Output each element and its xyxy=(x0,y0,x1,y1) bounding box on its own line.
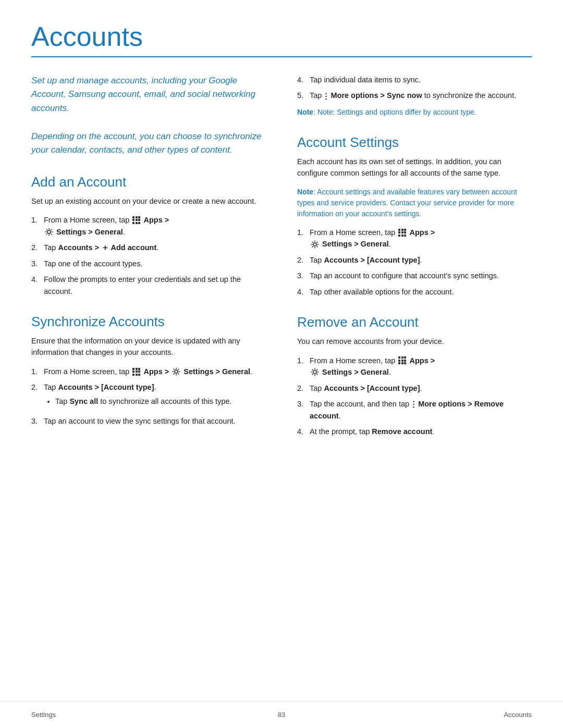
sync-step-1: 1. From a Home screen, tap Apps > xyxy=(31,366,266,377)
step-content: Tap Accounts > [Account type]. xyxy=(310,382,532,394)
two-column-layout: Set up and manage accounts, including yo… xyxy=(31,74,532,443)
svg-point-1 xyxy=(175,370,178,373)
rem-step-3: 3. Tap the account, and then tap More op… xyxy=(297,398,532,422)
step-num: 3. xyxy=(297,398,307,422)
rem-step-2: 2. Tap Accounts > [Account type]. xyxy=(297,382,532,394)
settings-icon xyxy=(311,240,319,249)
step-num: 3. xyxy=(31,415,41,427)
sync-sub-bullets: Tap Sync all to synchronize all accounts… xyxy=(44,396,266,407)
svg-point-7 xyxy=(413,401,414,403)
page-title: Accounts xyxy=(31,21,532,52)
sync-sub-bullet-1: Tap Sync all to synchronize all accounts… xyxy=(55,396,266,407)
step-content: Tap one of the account types. xyxy=(44,258,266,269)
sync-step-4: 4. Tap individual data items to sync. xyxy=(297,74,532,85)
footer-page-number: 83 xyxy=(198,711,365,719)
svg-point-5 xyxy=(313,243,316,246)
sync-step-3: 3. Tap an account to view the sync setti… xyxy=(31,415,266,427)
step-num: 1. xyxy=(31,214,41,238)
step-content: Follow the prompts to enter your credent… xyxy=(44,274,266,297)
accsett-step-2: 2. Tap Accounts > [Account type]. xyxy=(297,254,532,266)
svg-point-8 xyxy=(413,404,414,405)
content-area: Accounts Set up and manage accounts, inc… xyxy=(0,0,563,485)
accsett-step-4: 4. Tap other available options for the a… xyxy=(297,286,532,298)
account-settings-steps: 1. From a Home screen, tap Apps > xyxy=(297,227,532,298)
sync-accounts-title: Synchronize Accounts xyxy=(31,314,266,330)
title-divider xyxy=(31,56,532,57)
sync-step-2: 2. Tap Accounts > [Account type]. Tap Sy… xyxy=(31,381,266,411)
left-column: Set up and manage accounts, including yo… xyxy=(31,74,266,443)
svg-point-0 xyxy=(47,230,51,233)
step-content: Tap the account, and then tap More optio… xyxy=(310,398,532,422)
step-content: Tap other available options for the acco… xyxy=(310,286,532,298)
svg-point-3 xyxy=(326,95,327,97)
step-num: 4. xyxy=(297,74,307,85)
svg-point-4 xyxy=(326,98,327,100)
sync-accounts-intro: Ensure that the information on your devi… xyxy=(31,335,266,359)
step-num: 3. xyxy=(31,258,41,269)
step-content: From a Home screen, tap Apps > xyxy=(44,214,266,238)
add-step-3: 3. Tap one of the account types. xyxy=(31,258,266,269)
add-account-title: Add an Account xyxy=(31,174,266,190)
more-options-icon xyxy=(325,93,327,100)
remove-account-steps: 1. From a Home screen, tap Apps > xyxy=(297,355,532,438)
step-num: 4. xyxy=(297,286,307,298)
step-content: From a Home screen, tap Apps > xyxy=(44,366,266,377)
sync-cont-steps: 4. Tap individual data items to sync. 5.… xyxy=(297,74,532,102)
step-num: 2. xyxy=(297,382,307,394)
accsett-step-3: 3. Tap an account to configure that acco… xyxy=(297,270,532,281)
add-step-4: 4. Follow the prompts to enter your cred… xyxy=(31,274,266,297)
apps-grid-icon xyxy=(398,356,406,364)
step-num: 4. xyxy=(31,274,41,297)
accsett-step-1: 1. From a Home screen, tap Apps > xyxy=(297,227,532,250)
step-content: Tap an account to configure that account… xyxy=(310,270,532,281)
step-num: 1. xyxy=(297,227,307,250)
footer: Settings 83 Accounts xyxy=(0,701,563,728)
add-account-intro: Set up an existing account on your devic… xyxy=(31,195,266,207)
settings-icon xyxy=(45,228,53,236)
footer-accounts-label: Accounts xyxy=(365,711,532,719)
right-column: 4. Tap individual data items to sync. 5.… xyxy=(297,74,532,443)
step-content: Tap Accounts > [Account type]. Tap Sync … xyxy=(44,381,266,411)
step-content: From a Home screen, tap Apps > xyxy=(310,355,532,378)
step-content: Tap an account to view the sync settings… xyxy=(44,415,266,427)
sync-note: Note: Note: Settings and options differ … xyxy=(297,107,532,118)
account-settings-title: Account Settings xyxy=(297,134,532,151)
account-settings-note: Note: Account settings and available fea… xyxy=(297,187,532,219)
step-num: 1. xyxy=(297,355,307,378)
apps-grid-icon xyxy=(132,368,140,376)
intro-para2: Depending on the account, you can choose… xyxy=(31,130,266,157)
rem-step-1: 1. From a Home screen, tap Apps > xyxy=(297,355,532,378)
sync-step-5: 5. Tap More options > Sync now to synchr… xyxy=(297,90,532,101)
account-settings-intro: Each account has its own set of settings… xyxy=(297,156,532,179)
step-content: Tap Accounts > ＋ Add account. xyxy=(44,242,266,253)
add-account-steps: 1. From a Home screen, tap Apps > xyxy=(31,214,266,297)
add-step-2: 2. Tap Accounts > ＋ Add account. xyxy=(31,242,266,253)
step-num: 3. xyxy=(297,270,307,281)
page: Accounts Set up and manage accounts, inc… xyxy=(0,0,563,728)
remove-account-intro: You can remove accounts from your device… xyxy=(297,336,532,347)
sync-accounts-steps: 1. From a Home screen, tap Apps > xyxy=(31,366,266,427)
apps-grid-icon xyxy=(398,229,406,237)
step-content: Tap More options > Sync now to synchroni… xyxy=(310,90,532,101)
remove-account-title: Remove an Account xyxy=(297,314,532,330)
step-num: 2. xyxy=(297,254,307,266)
more-options-icon xyxy=(412,401,415,408)
svg-point-6 xyxy=(313,371,316,374)
svg-point-9 xyxy=(413,406,414,408)
svg-point-2 xyxy=(326,93,327,94)
step-num: 5. xyxy=(297,90,307,101)
step-content: Tap individual data items to sync. xyxy=(310,74,532,85)
intro-para1: Set up and manage accounts, including yo… xyxy=(31,74,266,115)
settings-icon xyxy=(311,368,319,376)
step-num: 1. xyxy=(31,366,41,377)
rem-step-4: 4. At the prompt, tap Remove account. xyxy=(297,426,532,437)
step-num: 2. xyxy=(31,381,41,411)
step-content: Tap Accounts > [Account type]. xyxy=(310,254,532,266)
step-content: From a Home screen, tap Apps > xyxy=(310,227,532,250)
step-num: 4. xyxy=(297,426,307,437)
apps-grid-icon xyxy=(132,216,140,224)
footer-settings-label: Settings xyxy=(31,711,198,719)
add-step-1: 1. From a Home screen, tap Apps > xyxy=(31,214,266,238)
settings-icon xyxy=(172,367,180,376)
step-num: 2. xyxy=(31,242,41,253)
